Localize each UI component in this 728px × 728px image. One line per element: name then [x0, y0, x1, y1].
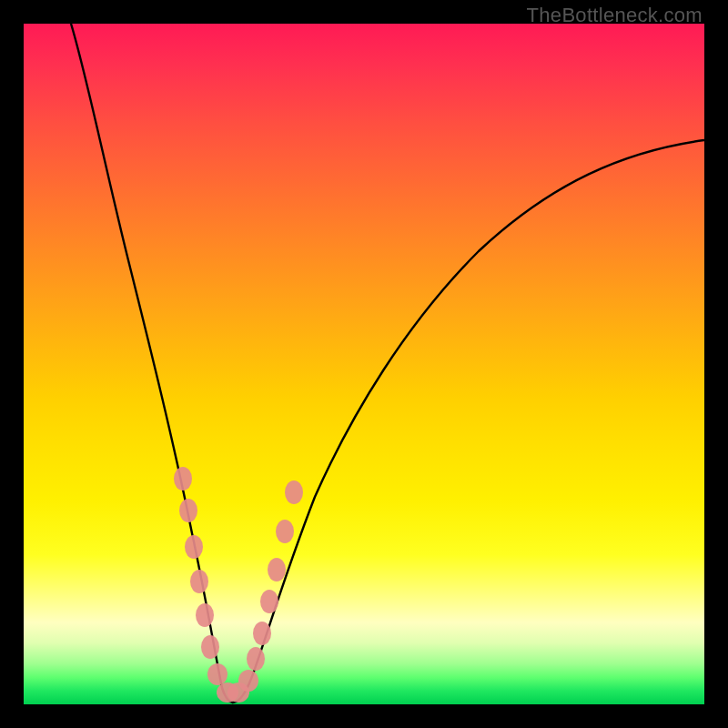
- curve-right-arm: [233, 140, 704, 703]
- svg-point-14: [276, 520, 294, 543]
- svg-point-11: [253, 622, 271, 645]
- svg-point-3: [190, 570, 208, 593]
- svg-point-6: [207, 663, 228, 685]
- svg-point-4: [196, 603, 214, 627]
- outer-frame: TheBottleneck.com: [0, 0, 728, 728]
- chart-svg: [24, 24, 704, 704]
- svg-point-13: [268, 558, 286, 581]
- svg-point-9: [238, 670, 258, 692]
- svg-point-15: [285, 480, 303, 504]
- svg-point-1: [179, 499, 197, 522]
- svg-point-10: [247, 647, 265, 671]
- svg-point-12: [260, 590, 278, 613]
- curve-left-arm: [71, 24, 233, 703]
- plot-area: [24, 24, 704, 704]
- svg-point-2: [185, 535, 203, 559]
- svg-point-0: [174, 467, 192, 490]
- svg-point-5: [201, 635, 219, 659]
